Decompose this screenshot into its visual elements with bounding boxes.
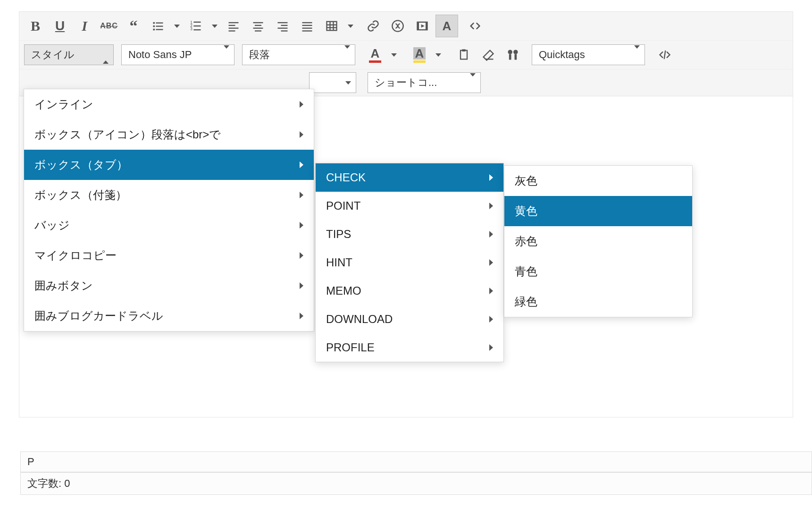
caret-down-icon: [634, 49, 640, 61]
numbered-list-button[interactable]: 123: [184, 15, 207, 37]
chevron-right-icon: [489, 174, 493, 181]
quicktags-select[interactable]: Quicktags: [532, 44, 645, 65]
blockquote-button[interactable]: “: [122, 15, 145, 37]
chevron-right-icon: [300, 101, 303, 108]
submenu-item-check[interactable]: CHECK: [316, 163, 503, 192]
styles-menu-item-blogcard-label[interactable]: 囲みブログカードラベル: [24, 301, 314, 331]
svg-rect-19: [255, 30, 261, 31]
svg-point-39: [508, 50, 512, 54]
toolbar-row-1: B U I ABC “ 123 A: [19, 12, 793, 40]
svg-rect-18: [253, 28, 263, 29]
find-replace-button[interactable]: [502, 43, 524, 66]
unlink-button[interactable]: [386, 15, 409, 37]
menu-item-label: 囲みブログカードラベル: [34, 308, 163, 323]
box-tab-submenu: CHECK POINT TIPS HINT MEMO DOWNLOAD PROF…: [315, 163, 504, 362]
caret-down-icon: [470, 76, 476, 89]
style-select[interactable]: スタイル: [24, 44, 114, 65]
menu-item-label: MEMO: [326, 284, 361, 298]
svg-rect-26: [302, 28, 312, 29]
svg-rect-15: [229, 30, 235, 31]
table-button[interactable]: [320, 15, 343, 37]
submenu-item-tips[interactable]: TIPS: [316, 220, 503, 248]
word-count: 文字数: 0: [20, 472, 812, 495]
svg-rect-38: [462, 49, 466, 51]
menu-item-label: ボックス（アイコン）段落は<br>で: [34, 127, 221, 142]
status-bar: P 文字数: 0: [20, 451, 812, 495]
bg-color-caret[interactable]: [433, 43, 444, 66]
justify-button[interactable]: [296, 15, 318, 37]
text-color-button[interactable]: A: [364, 43, 386, 66]
font-select[interactable]: Noto Sans JP: [121, 44, 234, 65]
clear-format-button[interactable]: [477, 43, 500, 66]
svg-rect-37: [460, 51, 467, 60]
table-caret[interactable]: [345, 15, 356, 37]
color-item-gray[interactable]: 灰色: [504, 166, 692, 196]
menu-item-label: DOWNLOAD: [326, 313, 393, 326]
element-path[interactable]: P: [20, 451, 812, 472]
styles-menu-item-box-icon[interactable]: ボックス（アイコン）段落は<br>で: [24, 119, 314, 150]
svg-rect-11: [193, 29, 201, 30]
submenu-item-hint[interactable]: HINT: [316, 248, 503, 277]
chevron-right-icon: [489, 203, 493, 209]
menu-item-label: インライン: [34, 97, 93, 112]
underline-button[interactable]: U: [49, 15, 71, 37]
menu-item-label: HINT: [326, 256, 352, 269]
bg-color-button[interactable]: A: [408, 43, 431, 66]
menu-item-label: POINT: [326, 199, 360, 212]
styles-menu-item-badge[interactable]: バッジ: [24, 210, 314, 240]
svg-line-43: [664, 51, 665, 59]
color-item-green[interactable]: 緑色: [504, 287, 692, 317]
style-select-label: スタイル: [31, 48, 75, 62]
text-color-caret[interactable]: [388, 43, 400, 66]
chevron-right-icon: [300, 131, 303, 138]
svg-rect-20: [278, 22, 288, 23]
svg-rect-34: [418, 22, 419, 30]
paste-button[interactable]: [452, 43, 475, 66]
submenu-item-point[interactable]: POINT: [316, 192, 503, 220]
menu-item-label: 緑色: [515, 294, 537, 309]
chevron-right-icon: [489, 344, 493, 351]
italic-button[interactable]: I: [73, 15, 96, 37]
styles-menu-item-box-tab[interactable]: ボックス（タブ）: [24, 150, 314, 180]
styles-menu-item-enclosed-button[interactable]: 囲みボタン: [24, 271, 314, 301]
chevron-right-icon: [489, 288, 493, 294]
menu-item-label: ボックス（タブ）: [34, 157, 128, 172]
align-right-button[interactable]: [271, 15, 294, 37]
menu-item-label: マイクロコピー: [34, 248, 117, 263]
numbered-list-caret[interactable]: [209, 15, 220, 37]
code-button[interactable]: [464, 15, 486, 37]
align-left-button[interactable]: [222, 15, 245, 37]
styles-menu: インライン ボックス（アイコン）段落は<br>で ボックス（タブ） ボックス（付…: [24, 89, 314, 332]
video-button[interactable]: [411, 15, 434, 37]
annotation-button[interactable]: A: [435, 15, 458, 37]
bullet-list-caret[interactable]: [171, 15, 183, 37]
block-format-select[interactable]: 段落: [242, 44, 355, 65]
color-item-red[interactable]: 赤色: [504, 226, 692, 256]
submenu-item-profile[interactable]: PROFILE: [316, 333, 503, 362]
chevron-right-icon: [300, 252, 303, 259]
font-select-label: Noto Sans JP: [128, 49, 192, 61]
strikethrough-button[interactable]: ABC: [98, 15, 120, 37]
svg-rect-0: [153, 22, 155, 24]
svg-rect-5: [156, 29, 163, 30]
chevron-right-icon: [489, 231, 493, 238]
styles-menu-item-microcopy[interactable]: マイクロコピー: [24, 240, 314, 271]
color-item-yellow[interactable]: 黄色: [504, 196, 692, 226]
link-button[interactable]: [362, 15, 385, 37]
color-item-blue[interactable]: 青色: [504, 256, 692, 287]
align-center-button[interactable]: [247, 15, 269, 37]
styles-menu-item-box-sticky[interactable]: ボックス（付箋）: [24, 180, 314, 210]
source-code-button[interactable]: [653, 43, 676, 66]
bullet-list-button[interactable]: [147, 15, 169, 37]
svg-rect-23: [281, 30, 288, 31]
styles-menu-item-inline[interactable]: インライン: [24, 89, 314, 119]
svg-rect-4: [153, 29, 155, 31]
quicktags-select-label: Quicktags: [539, 49, 585, 61]
shortcode-select[interactable]: ショートコ...: [368, 72, 481, 93]
submenu-item-download[interactable]: DOWNLOAD: [316, 305, 503, 333]
submenu-item-memo[interactable]: MEMO: [316, 277, 503, 305]
bold-button[interactable]: B: [24, 15, 47, 37]
svg-rect-24: [302, 22, 312, 23]
chevron-right-icon: [489, 316, 493, 323]
hidden-select-caret[interactable]: [309, 72, 356, 93]
